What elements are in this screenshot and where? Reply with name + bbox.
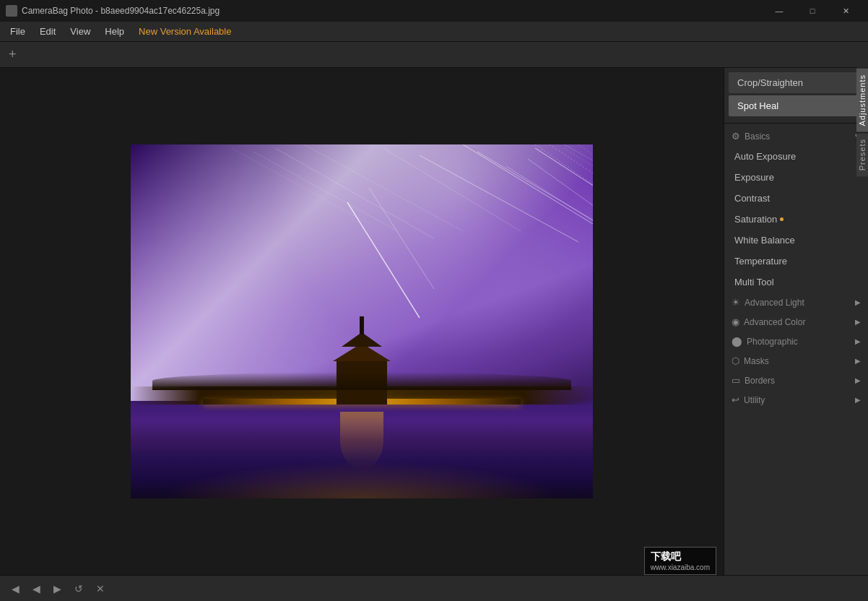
utility-header[interactable]: ↩ Utility ▶ [724,390,868,410]
advanced-light-header[interactable]: ☀ Advanced Light ▶ [724,293,868,312]
svg-line-13 [578,144,593,155]
svg-line-12 [535,144,593,184]
canvas-area[interactable] [0,68,724,575]
add-button[interactable]: + [6,47,19,62]
borders-label: Borders [745,376,775,386]
close-photo-button[interactable]: ✕ [92,580,109,597]
advanced-color-label: Advanced Color [744,317,805,327]
svg-line-17 [232,148,369,224]
close-button[interactable]: ✕ [829,0,862,22]
masks-label: Masks [744,356,769,366]
trees-silhouette [152,372,571,390]
contrast-item[interactable]: Contrast [724,188,868,209]
app-icon [6,5,17,17]
borders-icon: ▭ [732,375,740,386]
spot-heal-button[interactable]: Spot Heal [729,95,864,116]
svg-line-15 [304,144,463,231]
photographic-icon: ⬤ [732,336,742,347]
window-controls: — □ ✕ [763,0,862,22]
svg-line-7 [383,148,521,231]
menu-view[interactable]: View [63,23,97,40]
svg-line-4 [463,144,593,224]
adjustments-panel: ⚙ Basics ▼ Auto Exposure Exposure Contra… [724,124,868,575]
borders-header[interactable]: ▭ Borders ▶ [724,371,868,390]
minimize-button[interactable]: — [763,0,796,22]
saturation-item[interactable]: Saturation [724,209,868,230]
basics-label: Basics [745,131,770,142]
tool-section: Crop/Straighten Spot Heal [724,68,868,124]
masks-icon: ⬡ [732,355,739,366]
toolbar: + [0,42,868,68]
svg-line-14 [275,148,434,238]
basics-icon: ⚙ [732,131,740,142]
adjustments-tab[interactable]: Adjustments [856,68,868,132]
utility-icon: ↩ [732,394,739,405]
right-panel: Crop/Straighten Spot Heal ⚙ Basics ▼ Aut… [724,68,868,575]
svg-line-1 [477,152,593,246]
menubar: File Edit View Help New Version Availabl… [0,22,868,42]
menu-file[interactable]: File [3,23,32,40]
menu-edit[interactable]: Edit [32,23,63,40]
svg-line-0 [535,148,593,260]
advanced-light-label: Advanced Light [745,298,804,308]
svg-line-8 [347,202,420,318]
svg-line-11 [564,148,593,166]
svg-line-3 [506,166,593,253]
window-title: CameraBag Photo - b8aeed9904ac17ec46225a… [22,6,763,16]
back-button[interactable]: ◀ [7,580,24,597]
masks-header[interactable]: ⬡ Masks ▶ [724,351,868,371]
basics-items: Auto Exposure Exposure Contrast Saturati… [724,146,868,293]
svg-line-16 [253,152,398,231]
advanced-light-icon: ☀ [732,297,740,308]
advanced-color-icon: ◉ [732,316,739,327]
titlebar: CameraBag Photo - b8aeed9904ac17ec46225a… [0,0,868,22]
temperature-item[interactable]: Temperature [724,251,868,272]
photographic-header[interactable]: ⬤ Photographic ▶ [724,332,868,351]
photographic-label: Photographic [747,337,798,347]
crop-straighten-button[interactable]: Crop/Straighten [729,72,864,93]
multi-tool-item[interactable]: Multi Tool [724,272,868,293]
refresh-button[interactable]: ↺ [70,580,87,597]
bottombar: ◀ ◀ ▶ ↺ ✕ [0,575,868,601]
basics-section-header[interactable]: ⚙ Basics ▼ [724,126,868,146]
white-balance-item[interactable]: White Balance [724,230,868,251]
svg-line-2 [420,155,578,242]
svg-line-10 [550,144,593,173]
maximize-button[interactable]: □ [796,0,829,22]
svg-line-9 [369,188,434,289]
advanced-color-header[interactable]: ◉ Advanced Color ▶ [724,312,868,332]
svg-line-5 [528,159,593,267]
new-version-link[interactable]: New Version Available [131,23,238,40]
menu-help[interactable]: Help [97,23,131,40]
prev-button[interactable]: ◀ [28,580,45,597]
next-button[interactable]: ▶ [49,580,66,597]
side-tab-container: Adjustments Presets [856,68,868,575]
exposure-item[interactable]: Exposure [724,167,868,188]
photo-container [131,144,593,498]
utility-label: Utility [744,395,765,405]
water-light [131,455,593,498]
photo-display [131,144,593,498]
building-top [360,316,364,334]
svg-line-6 [564,144,593,224]
saturation-modified-dot [780,217,784,221]
main-area: Crop/Straighten Spot Heal ⚙ Basics ▼ Aut… [0,68,868,575]
building [318,318,405,405]
building-roof2 [342,332,382,347]
auto-exposure-item[interactable]: Auto Exposure [724,146,868,167]
presets-tab[interactable]: Presets [856,132,868,176]
